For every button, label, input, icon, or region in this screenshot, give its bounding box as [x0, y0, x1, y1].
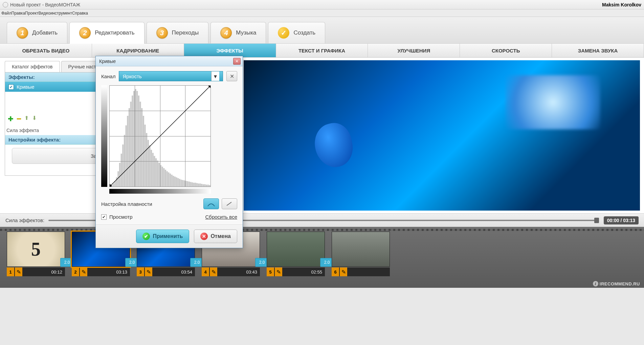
video-frame — [244, 60, 640, 211]
watermark: iIRECOMMEND.RU — [593, 281, 640, 286]
app-icon — [3, 2, 8, 7]
step-1-label: Добавить — [32, 29, 58, 36]
step-1-icon: 1 — [17, 27, 28, 39]
move-up-icon[interactable]: ⬆ — [24, 115, 29, 123]
linear-curve-button[interactable] — [222, 198, 237, 209]
smooth-curve-button[interactable] — [203, 198, 219, 209]
pencil-icon — [225, 201, 234, 207]
subtab-crop[interactable]: ОБРЕЗАТЬ ВИДЕО — [0, 44, 92, 57]
step-3-icon: 3 — [156, 27, 168, 39]
menu-project[interactable]: Проект — [25, 11, 39, 16]
clip-duration: 03:54 — [152, 269, 195, 275]
move-down-icon[interactable]: ⬇ — [32, 115, 37, 123]
menu-edit[interactable]: Правка — [12, 11, 25, 16]
subtab-enhance[interactable]: УЛУЧШЕНИЯ — [368, 44, 460, 57]
step-add[interactable]: 1Добавить — [7, 22, 67, 43]
cancel-button[interactable]: ✕Отмена — [194, 230, 237, 243]
clip-duration: 03:43 — [217, 269, 260, 275]
subtab-speed[interactable]: СКОРОСТЬ — [460, 44, 552, 57]
subtab-text[interactable]: ТЕКСТ И ГРАФИКА — [276, 44, 368, 57]
video-preview — [244, 60, 640, 211]
time-display: 00:00 / 03:13 — [604, 216, 639, 224]
sub-tabs: ОБРЕЗАТЬ ВИДЕО КАДРИРОВАНИЕ ЭФФЕКТЫ ТЕКС… — [0, 43, 644, 58]
clip-index: 6 — [332, 267, 339, 276]
step-tabs: 1Добавить 2Редактировать 3Переходы 4Музы… — [0, 17, 644, 43]
clip-duration: 02:55 — [282, 269, 325, 275]
clip-duration: 03:13 — [87, 269, 130, 275]
subtab-framing[interactable]: КАДРИРОВАНИЕ — [92, 44, 184, 57]
remove-effect-icon[interactable]: ━ — [17, 115, 21, 123]
step-4-label: Музыка — [236, 29, 256, 36]
clip-thumbnail — [332, 232, 390, 267]
curve-smooth-icon — [207, 201, 215, 207]
clip-edit-icon[interactable]: ✎ — [15, 267, 22, 276]
step-2-label: Редактировать — [95, 29, 134, 36]
curves-editor[interactable] — [109, 85, 211, 187]
preview-checkbox[interactable]: ✔ — [101, 214, 107, 220]
step-music[interactable]: 4Музыка — [210, 22, 266, 43]
menu-bar: Файл Правка Проект Видеоинструмент Справ… — [0, 9, 644, 17]
title-bar: Новый проект - ВидеоМОНТАЖ Maksim Korolk… — [0, 0, 644, 9]
clip-index: 3 — [137, 267, 144, 276]
menu-help[interactable]: Справка — [72, 11, 88, 16]
apply-button[interactable]: ✔Применить — [136, 230, 189, 243]
timeline-clip-5[interactable]: 2.0 5✎02:55 — [267, 232, 325, 283]
dropdown-caret-icon[interactable]: ▼ — [211, 71, 219, 81]
timeline-clip-1[interactable]: 5 1✎00:12 — [7, 232, 65, 283]
curves-dialog: Кривые ✕ Канал Яркость ▼ ✕ — [95, 56, 243, 248]
timeline-clip-6[interactable]: 2.0 6✎ — [332, 232, 390, 283]
channel-select[interactable]: Яркость ▼ — [119, 71, 223, 81]
x-circle-icon: ✕ — [200, 233, 208, 240]
menu-file[interactable]: Файл — [1, 11, 12, 16]
clip-edit-icon[interactable]: ✎ — [340, 267, 347, 276]
step-2-icon: 2 — [79, 27, 91, 39]
reset-all-link[interactable]: Сбросить все — [205, 214, 237, 220]
clip-duration: 00:12 — [22, 269, 65, 275]
curve-line[interactable] — [110, 86, 210, 187]
svg-line-64 — [110, 86, 210, 187]
window-title: Новый проект - ВидеоМОНТАЖ — [10, 2, 602, 7]
preview-label: Просмотр — [109, 214, 205, 220]
clip-index: 4 — [202, 267, 209, 276]
step-4-icon: 4 — [220, 27, 232, 39]
clip-edit-icon[interactable]: ✎ — [210, 267, 217, 276]
add-effect-icon[interactable]: ✚ — [8, 115, 14, 123]
subtab-audio[interactable]: ЗАМЕНА ЗВУКА — [552, 44, 644, 57]
smoothness-label: Настройка плавности — [101, 201, 201, 207]
step-3-label: Переходы — [172, 29, 199, 36]
dialog-close-icon[interactable]: ✕ — [233, 58, 241, 65]
step-transitions[interactable]: 3Переходы — [147, 22, 209, 43]
clip-thumbnail — [267, 232, 325, 267]
effect-checkbox-icon[interactable]: ✔ — [8, 84, 14, 90]
dialog-title: Кривые — [99, 59, 233, 64]
step-edit[interactable]: 2Редактировать — [69, 22, 144, 44]
clip-edit-icon[interactable]: ✎ — [145, 267, 152, 276]
effect-item-label: Кривые — [17, 84, 35, 90]
input-gradient — [109, 189, 211, 194]
clip-index: 5 — [267, 267, 274, 276]
clip-edit-icon[interactable]: ✎ — [275, 267, 282, 276]
subtab-effects[interactable]: ЭФФЕКТЫ — [184, 44, 276, 57]
step-5-label: Создать — [293, 29, 315, 36]
clip-thumbnail: 5 — [7, 232, 65, 267]
step-check-icon: ✓ — [278, 27, 289, 39]
clip-index: 1 — [7, 267, 14, 276]
strength-slider-label: Сила эффектов: — [5, 217, 44, 223]
dialog-title-bar[interactable]: Кривые ✕ — [96, 56, 243, 66]
check-circle-icon: ✔ — [142, 233, 150, 240]
clip-edit-icon[interactable]: ✎ — [80, 267, 87, 276]
user-label: Maksim Korolkov — [602, 2, 641, 7]
channel-reset-button[interactable]: ✕ — [226, 71, 237, 81]
channel-label: Канал — [101, 73, 115, 79]
output-gradient — [101, 85, 107, 187]
step-create[interactable]: ✓Создать — [268, 22, 325, 43]
watermark-icon: i — [593, 281, 598, 286]
menu-videotool[interactable]: Видеоинструмент — [39, 11, 72, 16]
effects-catalog-tab[interactable]: Каталог эффектов — [5, 61, 60, 72]
channel-value: Яркость — [123, 73, 141, 79]
slider-thumb-icon[interactable] — [594, 218, 599, 223]
clip-index: 2 — [72, 267, 79, 276]
